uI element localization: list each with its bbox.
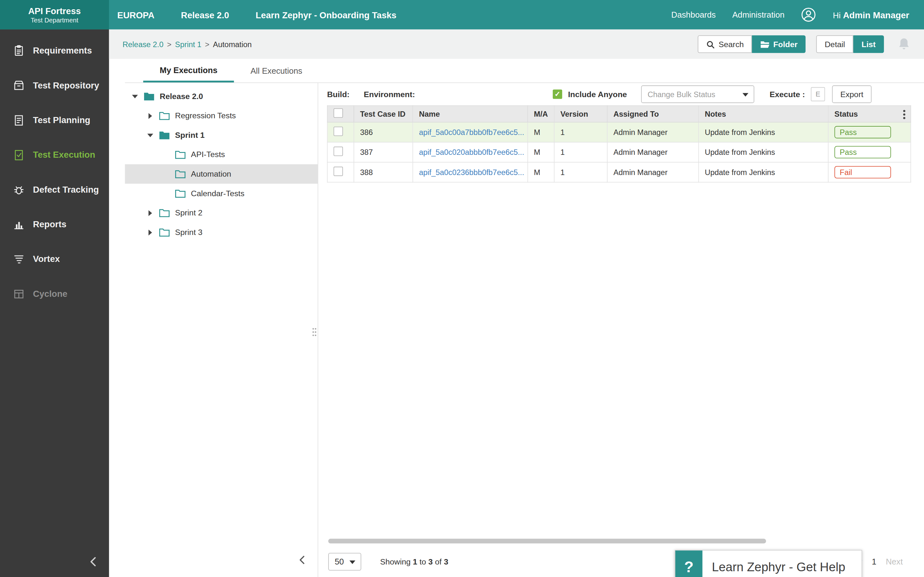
current-page[interactable]: 1 [872, 557, 876, 566]
caret-down-icon[interactable] [146, 131, 155, 139]
tree-item-label: Sprint 2 [175, 208, 202, 218]
sidebar: Requirements Test Repository Test Planni… [0, 29, 109, 577]
bulk-status-placeholder: Change Bulk Status [648, 90, 715, 99]
app-logo: API Fortress Test Department [0, 0, 109, 29]
sidebar-item-test-execution[interactable]: Test Execution [0, 137, 109, 172]
row-checkbox-cell [327, 122, 354, 142]
executions-pane: Build: Environment: Include Anyone Chang… [318, 83, 924, 577]
folder-icon [760, 40, 770, 48]
tab-my-executions[interactable]: My Executions [143, 59, 234, 82]
tree-item-sprint-1[interactable]: Sprint 1 [125, 125, 318, 145]
tree-item-release-2-0[interactable]: Release 2.0 [125, 87, 318, 106]
detail-button-label: Detail [825, 40, 845, 49]
build-label: Build: [327, 90, 349, 99]
topnav-task[interactable]: Learn Zephyr - Onboarding Tasks [256, 10, 397, 19]
folder-open-icon [159, 131, 170, 140]
tab-label: All Executions [250, 66, 302, 75]
tree-collapse-chevron-icon[interactable] [296, 554, 308, 566]
sidebar-item-test-repository[interactable]: Test Repository [0, 68, 109, 102]
tree-item-api-tests[interactable]: API-Tests [125, 145, 318, 164]
user-greeting[interactable]: Hi Admin Manager [833, 10, 909, 19]
tree-item-sprint-3[interactable]: Sprint 3 [125, 222, 318, 242]
tree-item-regression-tests[interactable]: Regression Tests [125, 106, 318, 126]
header-ma[interactable]: M/A [528, 106, 554, 122]
user-avatar-icon[interactable] [801, 7, 817, 23]
folder-icon [159, 208, 170, 218]
folder-open-icon [144, 92, 154, 101]
cell-name: apif_5a0c00a7bbb0fb7ee6c5... [413, 122, 528, 142]
tree-item-label: Regression Tests [175, 111, 236, 120]
tab-all-executions[interactable]: All Executions [234, 59, 318, 82]
sidebar-collapse-chevron-icon[interactable] [87, 556, 99, 568]
header-test-case-id[interactable]: Test Case ID [354, 106, 413, 122]
topnav-release[interactable]: Release 2.0 [181, 10, 229, 19]
include-anyone-label: Include Anyone [568, 90, 627, 99]
environment-label: Environment: [364, 90, 415, 99]
tab-label: My Executions [160, 65, 218, 74]
caret-right-icon[interactable] [146, 228, 155, 237]
sidebar-item-cyclone[interactable]: Cyclone [0, 276, 109, 311]
table-row[interactable]: 388 apif_5a0c0236bbb0fb7ee6c5... M 1 Adm… [327, 162, 911, 182]
detail-view-button[interactable]: Detail [817, 35, 853, 53]
status-badge[interactable]: Pass [835, 126, 891, 139]
notifications-bell-icon[interactable] [897, 37, 911, 52]
sidebar-item-defect-tracking[interactable]: Defect Tracking [0, 172, 109, 206]
sidebar-item-vortex[interactable]: Vortex [0, 242, 109, 276]
include-anyone-checkbox[interactable] [553, 89, 562, 99]
table-row[interactable]: 386 apif_5a0c00a7bbb0fb7ee6c5... M 1 Adm… [327, 122, 911, 142]
header-assigned-to[interactable]: Assigned To [607, 106, 699, 122]
tree-item-sprint-2[interactable]: Sprint 2 [125, 203, 318, 223]
cell-ma: M [528, 162, 554, 182]
breadcrumb-current: Automation [213, 40, 252, 49]
next-page-button[interactable]: Next [886, 557, 903, 566]
tree-item-calendar-tests[interactable]: Calendar-Tests [125, 184, 318, 203]
header-name[interactable]: Name [413, 106, 528, 122]
dashboards-link[interactable]: Dashboards [671, 10, 716, 19]
table-header-row: Test Case ID Name M/A Version Assigned T… [327, 106, 911, 122]
row-checkbox[interactable] [334, 167, 343, 176]
test-case-link[interactable]: apif_5a0c020abbb0fb7ee6c5... [419, 148, 524, 157]
main-panel: My Executions All Executions Release 2.0 [125, 59, 924, 577]
topnav-project[interactable]: EUROPA [118, 10, 155, 19]
test-case-link[interactable]: apif_5a0c0236bbb0fb7ee6c5... [419, 168, 524, 177]
caret-right-icon[interactable] [146, 111, 155, 120]
tree-item-automation[interactable]: Automation [125, 164, 318, 184]
change-bulk-status-dropdown[interactable]: Change Bulk Status [641, 85, 754, 103]
reports-icon [12, 217, 26, 231]
sidebar-item-test-planning[interactable]: Test Planning [0, 103, 109, 137]
list-button-label: List [861, 40, 876, 49]
row-checkbox[interactable] [334, 147, 343, 156]
page-size-value: 50 [334, 557, 344, 566]
breadcrumb-sprint[interactable]: Sprint 1 [175, 40, 201, 49]
execution-controls: Build: Environment: Include Anyone Chang… [327, 83, 871, 105]
select-all-checkbox[interactable] [334, 108, 343, 118]
sidebar-item-requirements[interactable]: Requirements [0, 33, 109, 68]
column-menu-kebab-icon[interactable] [903, 110, 906, 119]
vortex-icon [12, 251, 26, 266]
caret-down-icon[interactable] [131, 92, 139, 100]
help-popup[interactable]: ? Learn Zephyr - Get Help [675, 550, 862, 577]
row-checkbox[interactable] [334, 127, 343, 136]
search-button[interactable]: Search [698, 35, 752, 53]
horizontal-scrollbar[interactable] [328, 539, 766, 544]
sidebar-item-reports[interactable]: Reports [0, 207, 109, 242]
table-row[interactable]: 387 apif_5a0c020abbb0fb7ee6c5... M 1 Adm… [327, 142, 911, 162]
page-size-dropdown[interactable]: 50 [328, 553, 361, 571]
status-badge[interactable]: Pass [835, 146, 891, 159]
folder-view-button[interactable]: Folder [752, 35, 806, 53]
pane-resize-handle[interactable] [312, 327, 317, 339]
sidebar-item-label: Test Execution [33, 150, 95, 160]
header-notes[interactable]: Notes [698, 106, 828, 122]
export-button[interactable]: Export [832, 85, 871, 103]
caret-right-icon[interactable] [146, 209, 155, 217]
breadcrumb-release[interactable]: Release 2.0 [123, 40, 163, 49]
list-view-button[interactable]: List [853, 35, 884, 53]
cell-assigned-to: Admin Manager [607, 162, 699, 182]
status-badge[interactable]: Fail [835, 166, 891, 179]
test-case-link[interactable]: apif_5a0c00a7bbb0fb7ee6c5... [419, 128, 524, 137]
help-popup-label: Learn Zephyr - Get Help [702, 550, 845, 577]
header-version[interactable]: Version [554, 106, 607, 122]
header-status[interactable]: Status [829, 106, 911, 122]
administration-link[interactable]: Administration [732, 10, 784, 19]
execute-input[interactable]: E [811, 87, 825, 101]
